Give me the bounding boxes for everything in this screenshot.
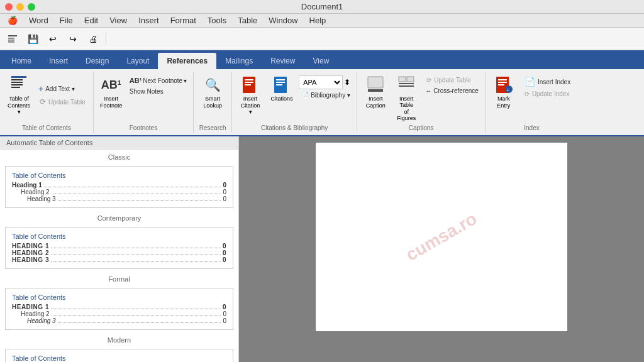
ribbon-group-research: 🔍 Smart Lookup Research	[194, 72, 232, 133]
citation-icon	[240, 75, 260, 95]
next-footnote-button[interactable]: AB¹ Next Footnote ▾	[127, 75, 189, 85]
svg-rect-15	[276, 82, 285, 83]
citations-group-content: Insert Citation ▾ Citations APA	[236, 73, 353, 123]
update-table-captions-label: Update Table	[434, 77, 471, 84]
bibliography-icon: 📄	[301, 92, 309, 99]
menu-tools[interactable]: Tools	[203, 14, 231, 26]
update-table-captions-button[interactable]: ⟳ Update Table	[423, 75, 481, 85]
toc-formal-h2: Heading 2 0	[12, 310, 226, 317]
svg-rect-3	[8, 41, 14, 43]
update-table-toc-label: Update Table	[48, 99, 86, 106]
update-index-label: Update Index	[532, 90, 570, 97]
toc-contemporary-item[interactable]: Table of Contents HEADING 1 0 HEADING 2 …	[5, 227, 233, 269]
menu-file[interactable]: File	[55, 14, 78, 26]
table-of-contents-button[interactable]: Table of Contents ▾	[4, 73, 34, 117]
insert-index-button[interactable]: 📄 Insert Index	[521, 75, 574, 88]
search-icon: 🔍	[203, 75, 223, 95]
toc-formal-item[interactable]: Table of Contents HEADING 1 0 Heading 2 …	[5, 288, 233, 330]
title-bar: Document1	[0, 0, 644, 14]
svg-rect-12	[245, 84, 251, 85]
toc-classic-item[interactable]: Table of Contents Heading 1 0 Heading 2 …	[5, 166, 233, 208]
footnotes-group-content: AB¹ Insert Footnote AB¹ Next Footnote ▾ …	[97, 73, 189, 123]
insert-footnote-button[interactable]: AB¹ Insert Footnote	[97, 73, 125, 111]
next-footnote-label: Next Footnote	[143, 77, 182, 84]
mark-entry-button[interactable]: + Mark Entry	[489, 73, 518, 111]
menu-window[interactable]: Window	[264, 14, 303, 26]
ribbon: Table of Contents ▾ + Add Text ▾ ⟳ Updat…	[0, 69, 644, 136]
menu-view[interactable]: View	[104, 14, 132, 26]
cross-reference-label: Cross-reference	[433, 87, 479, 94]
toc-label: Table of	[9, 96, 29, 102]
toc-section-classic-label: Classic	[0, 150, 238, 163]
ribbon-group-index: + Mark Entry 📄 Insert Index ⟳ Update Ind…	[486, 72, 578, 133]
menu-help[interactable]: Help	[304, 14, 331, 26]
window-controls[interactable]	[5, 3, 35, 11]
menu-format[interactable]: Format	[165, 14, 201, 26]
ribbon-group-captions: Insert Caption Insert Table of Figures	[357, 72, 486, 133]
toc-label2: Contents ▾	[7, 102, 31, 115]
toc-section-contemporary-label: Contemporary	[0, 211, 238, 224]
undo-button[interactable]: ↩	[44, 30, 62, 48]
cross-reference-icon: ↔	[425, 87, 431, 94]
research-group-label: Research	[199, 123, 226, 131]
table-of-figures-icon	[396, 75, 416, 95]
update-table-toc-button[interactable]: ⟳ Update Table	[36, 96, 89, 107]
tab-design[interactable]: Design	[77, 53, 118, 69]
tab-references[interactable]: References	[158, 53, 216, 69]
update-index-button[interactable]: ⟳ Update Index	[521, 89, 574, 99]
svg-rect-24	[498, 79, 507, 80]
tab-home[interactable]: Home	[3, 53, 40, 69]
svg-rect-1	[8, 38, 14, 39]
toc-modern-item[interactable]: Table of Contents Heading 1 0 Heading 2 …	[5, 349, 233, 362]
toc-icon-btn[interactable]	[4, 30, 21, 48]
print-button[interactable]: 🖨	[84, 30, 102, 48]
maximize-button[interactable]	[28, 3, 35, 11]
svg-rect-20	[407, 77, 414, 82]
tab-layout[interactable]: Layout	[118, 53, 158, 69]
index-group-label: Index	[524, 123, 539, 131]
svg-text:+: +	[506, 87, 509, 93]
svg-rect-18	[368, 89, 383, 92]
add-text-button[interactable]: + Add Text ▾	[36, 82, 89, 95]
add-text-icon: +	[38, 84, 43, 94]
apple-menu[interactable]: 🍎	[3, 14, 23, 26]
menu-table[interactable]: Table	[233, 14, 262, 26]
save-button[interactable]: 💾	[24, 30, 42, 48]
toc-dropdown-header: Automatic Table of Contents	[0, 136, 238, 150]
show-notes-button[interactable]: Show Notes	[127, 87, 189, 96]
menu-word[interactable]: Word	[24, 14, 53, 26]
svg-rect-6	[11, 82, 23, 83]
menu-bar: 🍎 Word File Edit View Insert Format Tool…	[0, 14, 644, 28]
tab-insert[interactable]: Insert	[40, 53, 77, 69]
captions-group-label: Captions	[409, 123, 433, 131]
tab-mailings[interactable]: Mailings	[216, 53, 262, 69]
menu-edit[interactable]: Edit	[79, 14, 103, 26]
cross-reference-button[interactable]: ↔ Cross-reference	[423, 86, 481, 96]
citations-button[interactable]: Citations	[267, 73, 296, 104]
menu-insert[interactable]: Insert	[133, 14, 164, 26]
insert-caption-button[interactable]: Insert Caption	[361, 73, 390, 123]
bibliography-button[interactable]: 📄 Bibliography ▾	[299, 90, 353, 100]
main-area: Automatic Table of Contents Classic Tabl…	[0, 136, 644, 362]
footnote-icon: AB¹	[101, 75, 121, 95]
toc-classic-h2: Heading 2 0	[12, 189, 226, 195]
citation-style-select[interactable]: APA MLA Chicago	[299, 75, 343, 89]
footnote-num-icon: AB¹	[130, 77, 142, 84]
smart-lookup-button[interactable]: 🔍 Smart Lookup	[197, 73, 228, 111]
tab-review[interactable]: Review	[262, 53, 304, 69]
insert-citation-button[interactable]: Insert Citation ▾	[236, 73, 265, 117]
quick-access-toolbar: 💾 ↩ ↪ 🖨	[0, 28, 644, 50]
svg-rect-7	[11, 84, 23, 85]
insert-table-of-figures-button[interactable]: Insert Table of Figures	[392, 73, 421, 123]
toc-section-modern-label: Modern	[0, 332, 238, 346]
toc-formal-h3: Heading 3 0	[12, 317, 226, 324]
tab-view[interactable]: View	[304, 53, 338, 69]
toc-contemporary-h2: HEADING 2 0	[12, 250, 226, 256]
toc-group-content: Table of Contents ▾ + Add Text ▾ ⟳ Updat…	[4, 73, 89, 123]
close-button[interactable]	[5, 3, 13, 11]
bibliography-label: Bibliography	[311, 92, 345, 99]
minimize-button[interactable]	[16, 3, 24, 11]
redo-button[interactable]: ↪	[64, 30, 82, 48]
toc-dropdown-panel: Automatic Table of Contents Classic Tabl…	[0, 136, 239, 362]
update-index-icon: ⟳	[525, 90, 530, 97]
